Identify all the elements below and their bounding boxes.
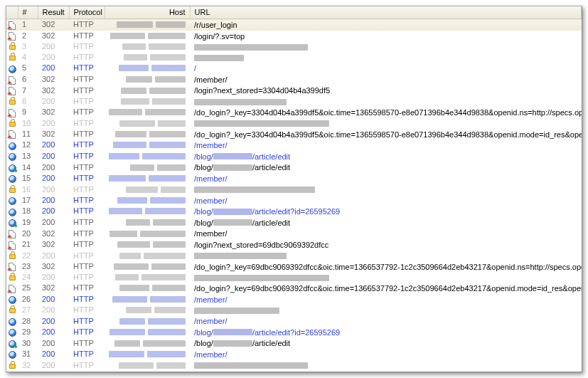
- col-icon[interactable]: [6, 6, 18, 19]
- redacted-host: [117, 241, 150, 248]
- table-row[interactable]: 26200HTTP/member/: [6, 294, 582, 305]
- row-host: [105, 184, 190, 195]
- row-host: [105, 349, 190, 360]
- row-result: 200: [38, 41, 69, 52]
- url-text: /do_login?_key=69dbc9069392dfcc&oic.time…: [194, 262, 582, 271]
- page-redirect-icon: [9, 230, 16, 238]
- redacted-host: [124, 54, 146, 61]
- table-row[interactable]: 28200HTTP/member/: [6, 315, 582, 327]
- redacted-host: [126, 187, 158, 193]
- row-result: 302: [38, 19, 69, 31]
- redacted-host: [109, 175, 146, 182]
- table-row[interactable]: 12200HTTP/member/: [6, 140, 582, 151]
- redacted-host: [152, 285, 186, 291]
- table-row[interactable]: 8200HTTP: [6, 96, 582, 107]
- table-row[interactable]: 16200HTTP: [6, 184, 582, 195]
- redacted-segment: [194, 99, 287, 105]
- row-icon-cell: [6, 184, 18, 195]
- redacted-segment: [213, 340, 252, 347]
- table-row[interactable]: 17200HTTP/member/: [6, 195, 582, 206]
- table-row[interactable]: 6302HTTP/member/: [6, 74, 582, 85]
- row-result: 200: [38, 349, 69, 360]
- row-url: /blog//article/edit: [190, 217, 582, 229]
- row-number: 22: [18, 251, 38, 261]
- url-text: /member/: [194, 75, 227, 83]
- table-row[interactable]: 29200HTTP/blog//article/edit?id=26595269: [6, 327, 582, 338]
- redacted-host: [147, 351, 186, 357]
- row-result: 200: [38, 96, 69, 107]
- table-row[interactable]: 15200HTTP/member/: [6, 173, 582, 184]
- row-protocol: HTTP: [69, 96, 105, 107]
- table-row[interactable]: 24200HTTP: [6, 272, 582, 283]
- table-row[interactable]: 3200HTTP: [6, 41, 582, 52]
- row-url: /member/: [190, 294, 582, 305]
- table-row[interactable]: 11302HTTP/do_login?_key=3304d04b4a399df5…: [6, 129, 582, 140]
- table-row[interactable]: 5200HTTP/: [6, 63, 582, 74]
- table-row[interactable]: 13200HTTP/blog//article/edit: [6, 151, 582, 162]
- table-row[interactable]: 20302HTTP/member/: [6, 228, 582, 239]
- redacted-host: [119, 362, 154, 369]
- table-row[interactable]: 27200HTTP: [6, 305, 582, 315]
- row-icon-cell: [6, 217, 18, 229]
- table-row[interactable]: 22200HTTP: [6, 251, 582, 261]
- table-row[interactable]: 25302HTTP/do_login?_key=69dbc9069392dfcc…: [6, 283, 582, 294]
- url-text: /blog/: [194, 339, 213, 347]
- row-number: 17: [18, 195, 38, 206]
- row-icon-cell: [6, 327, 18, 338]
- table-row[interactable]: 31200HTTP/member/: [6, 349, 582, 360]
- table-row[interactable]: 32200HTTP: [6, 360, 582, 371]
- redacted-host: [114, 263, 149, 270]
- col-result[interactable]: Result: [38, 6, 69, 19]
- lock-icon: [9, 122, 16, 127]
- table-row[interactable]: 1302HTTP/r/user_login: [6, 19, 582, 31]
- row-icon-cell: [6, 74, 18, 85]
- page-redirect-icon: [9, 241, 16, 250]
- row-protocol: HTTP: [69, 195, 105, 206]
- table-row[interactable]: 19200HTTP/blog//article/edit: [6, 217, 582, 229]
- row-url: /login?next_stored=69dbc9069392dfcc: [190, 239, 582, 251]
- redacted-segment: [213, 153, 252, 159]
- redacted-host: [151, 263, 186, 270]
- row-url: /member/: [190, 195, 582, 206]
- url-text: /member/: [194, 196, 227, 204]
- table-row[interactable]: 14200HTTP/blog//article/edit: [6, 162, 582, 173]
- col-number[interactable]: #: [18, 6, 38, 19]
- row-icon-cell: [6, 96, 18, 107]
- url-text: /article/edit?id=26595269: [252, 207, 340, 216]
- row-number: 11: [18, 129, 38, 140]
- table-row[interactable]: 2302HTTP/login/?.sv=top: [6, 31, 582, 42]
- table-row[interactable]: 21302HTTP/login?next_stored=69dbc9069392…: [6, 239, 582, 251]
- url-text: /article/edit: [252, 339, 290, 347]
- table-row[interactable]: 9302HTTP/do_login?_key=3304d04b4a399df5&…: [6, 107, 582, 118]
- row-protocol: HTTP: [69, 162, 105, 173]
- row-host: [105, 129, 190, 140]
- table-row[interactable]: 18200HTTP/blog//article/edit?id=26595269: [6, 206, 582, 217]
- col-host[interactable]: Host: [105, 6, 190, 19]
- col-url[interactable]: URL: [190, 6, 582, 19]
- redacted-host: [141, 274, 186, 280]
- table-row[interactable]: 4200HTTP: [6, 52, 582, 63]
- globe-icon: [9, 209, 16, 216]
- redacted-host: [122, 43, 146, 50]
- row-host: [105, 151, 190, 162]
- row-protocol: HTTP: [69, 151, 105, 162]
- table-row[interactable]: 30200HTTP/blog//article/edit: [6, 337, 582, 349]
- table-row[interactable]: 10200HTTP: [6, 118, 582, 129]
- row-protocol: HTTP: [69, 315, 105, 327]
- row-url: /member/: [190, 74, 582, 85]
- table-row[interactable]: 23302HTTP/do_login?_key=69dbc9069392dfcc…: [6, 261, 582, 273]
- row-url: [190, 52, 582, 63]
- row-protocol: HTTP: [69, 239, 105, 251]
- globe-arrow-icon: [9, 219, 16, 227]
- http-sessions-table[interactable]: # Result Protocol Host URL 1302HTTP/r/us…: [6, 6, 582, 371]
- redacted-host: [161, 187, 186, 193]
- table-row[interactable]: 7302HTTP/login?next_stored=3304d04b4a399…: [6, 85, 582, 96]
- row-protocol: HTTP: [69, 228, 105, 239]
- redacted-host: [153, 241, 186, 248]
- redacted-host: [148, 329, 186, 335]
- col-protocol[interactable]: Protocol: [69, 6, 105, 19]
- url-text: /blog/: [194, 152, 213, 160]
- row-protocol: HTTP: [69, 283, 105, 294]
- globe-icon: [9, 65, 16, 73]
- table-header[interactable]: # Result Protocol Host URL: [6, 6, 582, 19]
